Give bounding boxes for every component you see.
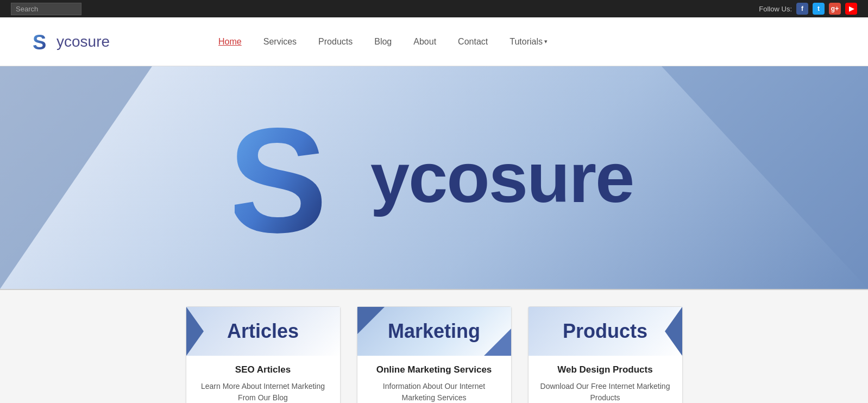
logo-s-icon: S (33, 31, 54, 53)
products-title: Web Design Products (557, 364, 652, 375)
nav-links: Home Services Products Blog About Contac… (218, 37, 548, 47)
marketing-card: Marketing Online Marketing Services Info… (357, 306, 512, 403)
facebook-icon[interactable]: f (796, 3, 808, 15)
top-bar: Follow Us: f t g+ ▶ (0, 0, 868, 17)
nav-about[interactable]: About (413, 37, 436, 46)
search-input[interactable] (11, 3, 81, 15)
products-arrow-right-icon (665, 307, 682, 356)
hero-logo: S ycosure (235, 102, 634, 254)
logo-text: ycosure (56, 33, 110, 51)
nav-services[interactable]: Services (263, 37, 297, 46)
products-card: Products Web Design Products Download Ou… (528, 306, 683, 403)
products-card-header: Products (529, 307, 682, 356)
hero-triangle-left (0, 66, 152, 289)
cards-section: Articles SEO Articles Learn More About I… (0, 289, 868, 403)
marketing-header-label: Marketing (388, 320, 480, 343)
svg-text:S: S (235, 102, 328, 254)
hero-triangle-right (662, 66, 868, 289)
nav-tutorials[interactable]: Tutorials (510, 37, 543, 47)
youtube-icon[interactable]: ▶ (845, 3, 857, 15)
marketing-triangle-tl-icon (357, 307, 385, 334)
hero-text: ycosure (370, 142, 634, 213)
twitter-icon[interactable]: t (813, 3, 825, 15)
hero-s-icon: S (235, 102, 370, 254)
marketing-description: Information About Our Internet Marketing… (357, 381, 511, 403)
tutorials-chevron-icon: ▾ (544, 38, 548, 45)
articles-card: Articles SEO Articles Learn More About I… (186, 306, 341, 403)
follow-us: Follow Us: f t g+ ▶ (759, 3, 857, 15)
nav-blog[interactable]: Blog (374, 37, 392, 46)
articles-card-header: Articles (186, 307, 340, 356)
articles-title: SEO Articles (235, 364, 291, 375)
follow-label: Follow Us: (759, 5, 792, 13)
logo-link[interactable]: S ycosure (33, 31, 110, 53)
nav-home[interactable]: Home (218, 37, 242, 46)
googleplus-icon[interactable]: g+ (829, 3, 841, 15)
articles-header-label: Articles (227, 320, 299, 343)
marketing-triangle-br-icon (484, 329, 511, 356)
marketing-card-header: Marketing (357, 307, 511, 356)
marketing-title: Online Marketing Services (376, 364, 492, 375)
articles-arrow-left-icon (186, 307, 204, 356)
hero-banner: S ycosure (0, 66, 868, 289)
nav-contact[interactable]: Contact (458, 37, 488, 46)
nav-tutorials-item[interactable]: Tutorials ▾ (510, 37, 548, 47)
articles-description: Learn More About Internet Marketing From… (186, 381, 340, 403)
products-description: Download Our Free Internet Marketing Pro… (529, 381, 682, 403)
navigation: S ycosure Home Services Products Blog Ab… (0, 17, 868, 66)
nav-products[interactable]: Products (318, 37, 353, 46)
products-header-label: Products (563, 320, 647, 343)
svg-text:S: S (33, 31, 46, 53)
